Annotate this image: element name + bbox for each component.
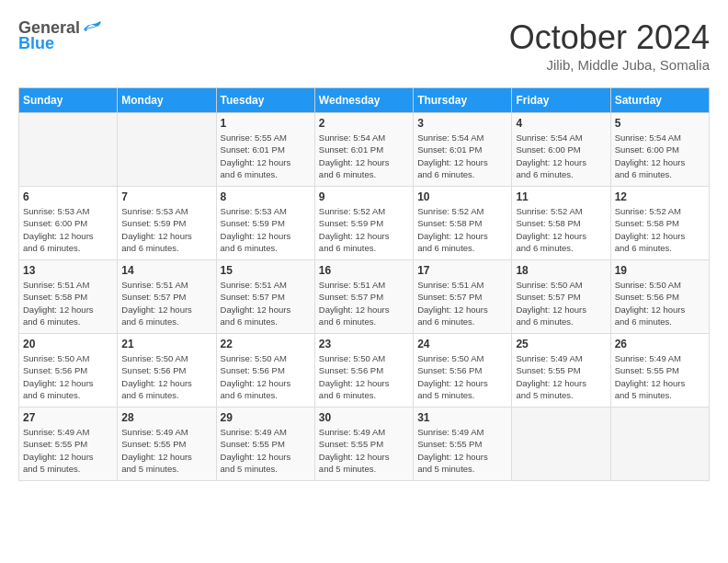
day-number: 24 [417, 338, 507, 350]
day-info: Sunrise: 5:50 AM Sunset: 5:57 PM Dayligh… [516, 279, 606, 327]
logo: General Blue [18, 18, 102, 53]
day-info: Sunrise: 5:49 AM Sunset: 5:55 PM Dayligh… [417, 426, 507, 475]
day-number: 29 [221, 411, 311, 424]
day-number: 6 [23, 190, 113, 203]
day-info: Sunrise: 5:51 AM Sunset: 5:57 PM Dayligh… [319, 279, 409, 327]
day-number: 22 [221, 338, 311, 350]
calendar-cell: 4Sunrise: 5:54 AM Sunset: 6:00 PM Daylig… [512, 113, 610, 187]
day-info: Sunrise: 5:52 AM Sunset: 5:58 PM Dayligh… [516, 205, 606, 254]
calendar-cell: 11Sunrise: 5:52 AM Sunset: 5:58 PM Dayli… [512, 187, 610, 260]
day-header-saturday: Saturday [610, 88, 709, 113]
calendar-cell: 8Sunrise: 5:53 AM Sunset: 5:59 PM Daylig… [216, 187, 314, 260]
day-info: Sunrise: 5:53 AM Sunset: 6:00 PM Dayligh… [23, 205, 113, 254]
month-title: October 2024 [509, 18, 710, 57]
calendar-cell: 30Sunrise: 5:49 AM Sunset: 5:55 PM Dayli… [314, 408, 413, 481]
calendar-cell: 26Sunrise: 5:49 AM Sunset: 5:55 PM Dayli… [610, 334, 709, 408]
logo-bird-icon [82, 20, 102, 37]
day-info: Sunrise: 5:50 AM Sunset: 5:56 PM Dayligh… [23, 352, 113, 401]
calendar-cell: 25Sunrise: 5:49 AM Sunset: 5:55 PM Dayli… [512, 334, 610, 408]
calendar-cell: 15Sunrise: 5:51 AM Sunset: 5:57 PM Dayli… [216, 260, 314, 334]
calendar-cell: 18Sunrise: 5:50 AM Sunset: 5:57 PM Dayli… [512, 260, 610, 334]
day-info: Sunrise: 5:52 AM Sunset: 5:59 PM Dayligh… [319, 205, 409, 254]
calendar-cell: 17Sunrise: 5:51 AM Sunset: 5:57 PM Dayli… [414, 260, 512, 334]
day-info: Sunrise: 5:50 AM Sunset: 5:56 PM Dayligh… [417, 352, 507, 401]
day-info: Sunrise: 5:50 AM Sunset: 5:56 PM Dayligh… [319, 352, 409, 401]
day-header-wednesday: Wednesday [314, 88, 413, 113]
calendar-cell: 14Sunrise: 5:51 AM Sunset: 5:57 PM Dayli… [118, 260, 216, 334]
day-header-monday: Monday [118, 88, 216, 113]
day-info: Sunrise: 5:49 AM Sunset: 5:55 PM Dayligh… [516, 352, 606, 401]
day-info: Sunrise: 5:51 AM Sunset: 5:57 PM Dayligh… [121, 279, 211, 327]
calendar-cell [610, 408, 709, 481]
calendar-cell: 23Sunrise: 5:50 AM Sunset: 5:56 PM Dayli… [314, 334, 413, 408]
calendar-cell: 12Sunrise: 5:52 AM Sunset: 5:58 PM Dayli… [610, 187, 709, 260]
day-info: Sunrise: 5:54 AM Sunset: 6:01 PM Dayligh… [417, 132, 507, 180]
day-info: Sunrise: 5:50 AM Sunset: 5:56 PM Dayligh… [221, 352, 311, 401]
day-info: Sunrise: 5:51 AM Sunset: 5:58 PM Dayligh… [23, 279, 113, 327]
day-number: 17 [417, 264, 507, 277]
calendar-cell: 5Sunrise: 5:54 AM Sunset: 6:00 PM Daylig… [610, 113, 709, 187]
day-info: Sunrise: 5:52 AM Sunset: 5:58 PM Dayligh… [417, 205, 507, 254]
calendar-week-row: 6Sunrise: 5:53 AM Sunset: 6:00 PM Daylig… [19, 187, 710, 260]
day-number: 11 [516, 190, 606, 203]
day-info: Sunrise: 5:49 AM Sunset: 5:55 PM Dayligh… [121, 426, 211, 475]
day-number: 13 [23, 264, 113, 277]
day-number: 5 [615, 117, 705, 130]
calendar-cell: 9Sunrise: 5:52 AM Sunset: 5:59 PM Daylig… [314, 187, 413, 260]
day-info: Sunrise: 5:49 AM Sunset: 5:55 PM Dayligh… [615, 352, 705, 401]
day-info: Sunrise: 5:52 AM Sunset: 5:58 PM Dayligh… [615, 205, 705, 254]
day-number: 8 [221, 190, 311, 203]
day-number: 14 [121, 264, 211, 277]
calendar-cell [512, 408, 610, 481]
day-header-tuesday: Tuesday [216, 88, 314, 113]
calendar-cell: 10Sunrise: 5:52 AM Sunset: 5:58 PM Dayli… [414, 187, 512, 260]
day-number: 10 [417, 190, 507, 203]
day-info: Sunrise: 5:49 AM Sunset: 5:55 PM Dayligh… [221, 426, 311, 475]
calendar-cell: 6Sunrise: 5:53 AM Sunset: 6:00 PM Daylig… [19, 187, 118, 260]
calendar-cell: 21Sunrise: 5:50 AM Sunset: 5:56 PM Dayli… [118, 334, 216, 408]
calendar-cell: 19Sunrise: 5:50 AM Sunset: 5:56 PM Dayli… [610, 260, 709, 334]
day-header-sunday: Sunday [19, 88, 118, 113]
day-number: 1 [221, 117, 311, 130]
day-number: 25 [516, 338, 606, 350]
day-number: 31 [417, 411, 507, 424]
day-number: 15 [221, 264, 311, 277]
day-number: 27 [23, 411, 113, 424]
day-info: Sunrise: 5:53 AM Sunset: 5:59 PM Dayligh… [121, 205, 211, 254]
day-number: 28 [121, 411, 211, 424]
calendar-cell: 27Sunrise: 5:49 AM Sunset: 5:55 PM Dayli… [19, 408, 118, 481]
calendar-cell: 2Sunrise: 5:54 AM Sunset: 6:01 PM Daylig… [314, 113, 413, 187]
day-info: Sunrise: 5:54 AM Sunset: 6:00 PM Dayligh… [516, 132, 606, 180]
location-subtitle: Jilib, Middle Juba, Somalia [509, 57, 710, 73]
day-number: 20 [23, 338, 113, 350]
day-info: Sunrise: 5:54 AM Sunset: 6:01 PM Dayligh… [319, 132, 409, 180]
day-header-friday: Friday [512, 88, 610, 113]
calendar-cell: 3Sunrise: 5:54 AM Sunset: 6:01 PM Daylig… [414, 113, 512, 187]
day-number: 4 [516, 117, 606, 130]
day-info: Sunrise: 5:51 AM Sunset: 5:57 PM Dayligh… [221, 279, 311, 327]
calendar-cell: 16Sunrise: 5:51 AM Sunset: 5:57 PM Dayli… [314, 260, 413, 334]
day-number: 18 [516, 264, 606, 277]
calendar-cell: 1Sunrise: 5:55 AM Sunset: 6:01 PM Daylig… [216, 113, 314, 187]
day-info: Sunrise: 5:49 AM Sunset: 5:55 PM Dayligh… [23, 426, 113, 475]
calendar-week-row: 1Sunrise: 5:55 AM Sunset: 6:01 PM Daylig… [19, 113, 710, 187]
day-number: 19 [615, 264, 705, 277]
page-header: General Blue October 2024 Jilib, Middle … [18, 18, 710, 73]
day-info: Sunrise: 5:49 AM Sunset: 5:55 PM Dayligh… [319, 426, 409, 475]
calendar-body: 1Sunrise: 5:55 AM Sunset: 6:01 PM Daylig… [19, 113, 710, 481]
calendar-week-row: 13Sunrise: 5:51 AM Sunset: 5:58 PM Dayli… [19, 260, 710, 334]
day-number: 3 [417, 117, 507, 130]
calendar-cell: 20Sunrise: 5:50 AM Sunset: 5:56 PM Dayli… [19, 334, 118, 408]
calendar-cell: 28Sunrise: 5:49 AM Sunset: 5:55 PM Dayli… [118, 408, 216, 481]
day-number: 9 [319, 190, 409, 203]
day-number: 23 [319, 338, 409, 350]
calendar-cell: 13Sunrise: 5:51 AM Sunset: 5:58 PM Dayli… [19, 260, 118, 334]
calendar-cell [118, 113, 216, 187]
day-number: 26 [615, 338, 705, 350]
calendar-header-row: SundayMondayTuesdayWednesdayThursdayFrid… [19, 88, 710, 113]
day-info: Sunrise: 5:54 AM Sunset: 6:00 PM Dayligh… [615, 132, 705, 180]
day-number: 30 [319, 411, 409, 424]
day-info: Sunrise: 5:51 AM Sunset: 5:57 PM Dayligh… [417, 279, 507, 327]
day-info: Sunrise: 5:53 AM Sunset: 5:59 PM Dayligh… [221, 205, 311, 254]
calendar-cell: 7Sunrise: 5:53 AM Sunset: 5:59 PM Daylig… [118, 187, 216, 260]
